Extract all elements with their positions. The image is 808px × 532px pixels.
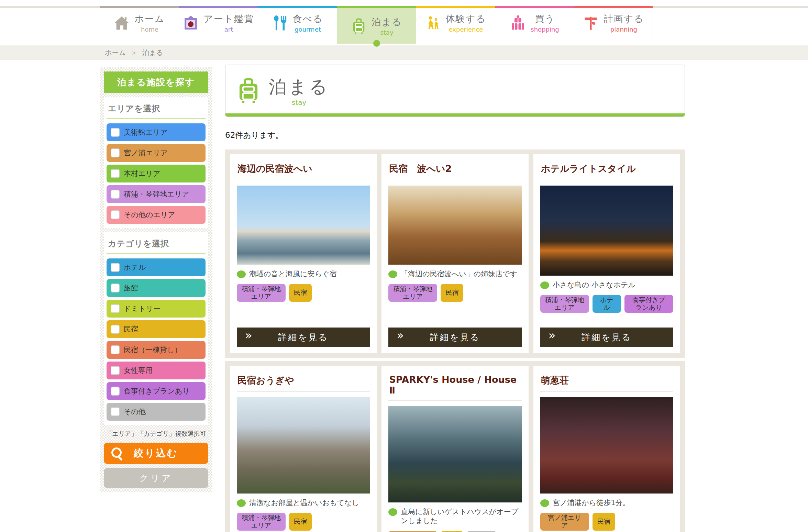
checkbox[interactable] xyxy=(111,169,120,178)
checkbox[interactable] xyxy=(111,366,120,375)
filter-option-label: 女性専用 xyxy=(124,366,153,375)
filter-option[interactable]: その他 xyxy=(107,403,206,421)
filter-option[interactable]: ホテル xyxy=(107,258,206,276)
filter-option-label: 食事付きプランあり xyxy=(124,386,190,396)
nav-item[interactable]: 買う shopping xyxy=(495,6,574,37)
nav-item-sublabel: art xyxy=(224,26,233,33)
card-caption-text: 清潔なお部屋と温かいおもてなし xyxy=(249,498,359,507)
category-filter-panel: カテゴリを選択 ホテル 旅館 ドミトリー 民宿 民宿（一棟貸し） 女性専用 食事… xyxy=(104,232,208,425)
filter-option[interactable]: 民宿（一棟貸し） xyxy=(107,341,206,359)
filter-clear-button[interactable]: クリア xyxy=(104,468,208,488)
filter-note: 「エリア」「カテゴリ」複数選択可 xyxy=(104,430,208,438)
card-title[interactable]: 萌葱荘 xyxy=(540,373,673,392)
filter-option-label: ドミトリー xyxy=(124,304,161,313)
cards-row-1: 海辺の民宿波へい 潮騒の音と海風に安らぐ宿 積浦・琴弾地エリア民宿 » 詳細を見… xyxy=(225,149,685,358)
checkbox[interactable] xyxy=(111,263,120,272)
nav-item[interactable]: アート鑑賞 art xyxy=(179,6,258,37)
checkbox[interactable] xyxy=(111,325,120,334)
tag-badge: 民宿 xyxy=(441,284,463,302)
card-caption: 清潔なお部屋と温かいおもてなし xyxy=(237,498,370,507)
filter-option[interactable]: 宮ノ浦エリア xyxy=(107,144,206,162)
checkbox[interactable] xyxy=(111,190,120,199)
detail-button[interactable]: » 詳細を見る xyxy=(237,328,370,347)
filter-option-label: 宮ノ浦エリア xyxy=(124,148,168,158)
filter-option[interactable]: 女性専用 xyxy=(107,362,206,379)
filter-option[interactable]: 本村エリア xyxy=(107,165,206,182)
accommodation-card: 民宿おうぎや 清潔なお部屋と温かいおもてなし 積浦・琴弾地エリア民宿 » 詳細を… xyxy=(230,366,377,532)
card-tags: 積浦・琴弾地エリア民宿 xyxy=(237,513,370,531)
nav-item[interactable]: 計画する planning xyxy=(574,6,653,37)
speech-bubble-icon xyxy=(237,270,246,278)
nav-item-label: 買う xyxy=(535,13,555,25)
tag-badge: ホテル xyxy=(593,295,621,313)
filter-apply-button[interactable]: 絞り込む xyxy=(104,443,208,464)
nav-item[interactable]: ホーム home xyxy=(100,6,179,37)
speech-bubble-icon xyxy=(540,499,549,507)
card-title[interactable]: 民宿 波へい2 xyxy=(388,161,521,180)
filter-option[interactable]: 美術館エリア xyxy=(107,123,206,141)
breadcrumb-item[interactable]: ホーム xyxy=(105,48,126,57)
card-caption: 潮騒の音と海風に安らぐ宿 xyxy=(237,269,370,278)
checkbox[interactable] xyxy=(111,284,120,292)
filter-option[interactable]: 積浦・琴弾地エリア xyxy=(107,185,206,203)
sidebar-title[interactable]: 泊まる施設を探す xyxy=(104,71,208,93)
cards-area: 海辺の民宿波へい 潮騒の音と海風に安らぐ宿 積浦・琴弾地エリア民宿 » 詳細を見… xyxy=(225,149,685,532)
category-heading: カテゴリを選択 xyxy=(107,236,206,254)
checkbox[interactable] xyxy=(111,210,120,219)
tag-badge: 宮ノ浦エリア xyxy=(388,531,437,532)
nav-item[interactable]: 体験する experience xyxy=(416,6,495,37)
checkbox[interactable] xyxy=(111,148,120,157)
speech-bubble-icon xyxy=(237,499,246,507)
filter-option[interactable]: ドミトリー xyxy=(107,300,206,318)
double-chevron-icon: » xyxy=(549,329,554,341)
card-title[interactable]: 民宿おうぎや xyxy=(237,373,370,392)
nav-item[interactable]: 食べる gourmet xyxy=(258,6,337,37)
checkbox[interactable] xyxy=(111,345,120,354)
filter-option[interactable]: 民宿 xyxy=(107,320,206,338)
breadcrumb: ホーム＞泊まる xyxy=(0,45,808,60)
accommodation-card: SPARKY's House / House Ⅱ 直島に新しいゲストハウスがオー… xyxy=(381,366,528,532)
checkbox[interactable] xyxy=(111,387,120,396)
detail-button[interactable]: » 詳細を見る xyxy=(540,328,673,347)
double-chevron-icon: » xyxy=(245,329,251,341)
stay-icon xyxy=(237,77,260,104)
tag-badge: 積浦・琴弾地エリア xyxy=(237,513,286,531)
nav-item-sublabel: shopping xyxy=(531,26,559,33)
breadcrumb-separator: ＞ xyxy=(131,48,137,57)
card-title[interactable]: SPARKY's House / House Ⅱ xyxy=(388,373,521,401)
filter-option[interactable]: その他のエリア xyxy=(107,206,206,224)
accommodation-card: 民宿 波へい2 「海辺の民宿波へい」の姉妹店です 積浦・琴弾地エリア民宿 » 詳… xyxy=(381,154,528,353)
tag-badge: 積浦・琴弾地エリア xyxy=(388,284,437,302)
home-icon xyxy=(114,15,130,31)
card-title[interactable]: ホテルライトスタイル xyxy=(540,161,673,180)
filter-option-label: 積浦・琴弾地エリア xyxy=(124,189,189,199)
card-caption-text: 宮ノ浦港から徒歩1分。 xyxy=(553,498,630,507)
page-title: 泊まる xyxy=(269,75,329,99)
checkbox[interactable] xyxy=(111,128,120,137)
filter-option[interactable]: 旅館 xyxy=(107,279,206,297)
property-photo xyxy=(237,186,370,265)
nav-item-sublabel: stay xyxy=(380,29,393,36)
area-list: 美術館エリア 宮ノ浦エリア 本村エリア 積浦・琴弾地エリア その他のエリア xyxy=(107,123,206,224)
main-nav: ホーム home アート鑑賞 art 食べる gourmet 泊まる stay … xyxy=(100,6,653,44)
filter-option-label: 旅館 xyxy=(124,283,138,293)
detail-button[interactable]: » 詳細を見る xyxy=(388,328,521,347)
card-caption: 小さな島の 小さなホテル xyxy=(540,280,673,289)
nav-item-label: 計画する xyxy=(604,13,644,25)
checkbox[interactable] xyxy=(111,304,120,313)
accommodation-card: 萌葱荘 宮ノ浦港から徒歩1分。 宮ノ浦エリア民宿 » 詳細を見る xyxy=(533,366,680,532)
card-title[interactable]: 海辺の民宿波へい xyxy=(237,161,370,180)
nav-item[interactable]: 泊まる stay xyxy=(337,6,416,44)
filter-option-label: その他のエリア xyxy=(124,210,175,220)
card-tags: 宮ノ浦エリア民宿 xyxy=(540,513,673,531)
breadcrumb-item: 泊まる xyxy=(142,48,163,57)
card-tags: 積浦・琴弾地エリア民宿 xyxy=(388,284,521,302)
art-icon xyxy=(183,15,199,31)
cards-row-2: 民宿おうぎや 清潔なお部屋と温かいおもてなし 積浦・琴弾地エリア民宿 » 詳細を… xyxy=(225,361,685,532)
property-photo xyxy=(388,406,521,502)
filter-option[interactable]: 食事付きプランあり xyxy=(107,382,206,400)
nav-item-sublabel: planning xyxy=(610,26,637,33)
checkbox[interactable] xyxy=(111,407,120,416)
speech-bubble-icon xyxy=(388,270,397,278)
gourmet-icon xyxy=(272,15,288,31)
